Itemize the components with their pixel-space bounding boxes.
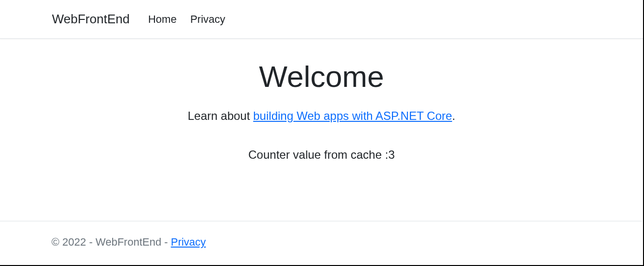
main-content: Welcome Learn about building Web apps wi… [0,39,643,191]
brand-link[interactable]: WebFrontEnd [52,12,130,27]
learn-prefix: Learn about [187,109,253,122]
navbar-inner: WebFrontEnd Home Privacy [45,12,598,27]
footer: © 2022 - WebFrontEnd - Privacy [0,221,642,265]
footer-inner: © 2022 - WebFrontEnd - Privacy [44,236,598,249]
counter-value: 3 [388,148,394,161]
learn-line: Learn about building Web apps with ASP.N… [0,109,643,123]
learn-suffix: . [452,109,456,122]
nav-link-privacy[interactable]: Privacy [190,13,225,26]
nav-link-home[interactable]: Home [148,13,177,26]
counter-prefix: Counter value from cache : [248,148,388,161]
nav-links: Home Privacy [148,13,225,26]
footer-copyright: © 2022 - WebFrontEnd - [51,236,171,248]
navbar: WebFrontEnd Home Privacy [0,0,643,39]
learn-link[interactable]: building Web apps with ASP.NET Core [253,109,452,122]
footer-privacy-link[interactable]: Privacy [171,236,206,248]
counter-line: Counter value from cache :3 [0,148,643,162]
page-title: Welcome [0,59,643,94]
